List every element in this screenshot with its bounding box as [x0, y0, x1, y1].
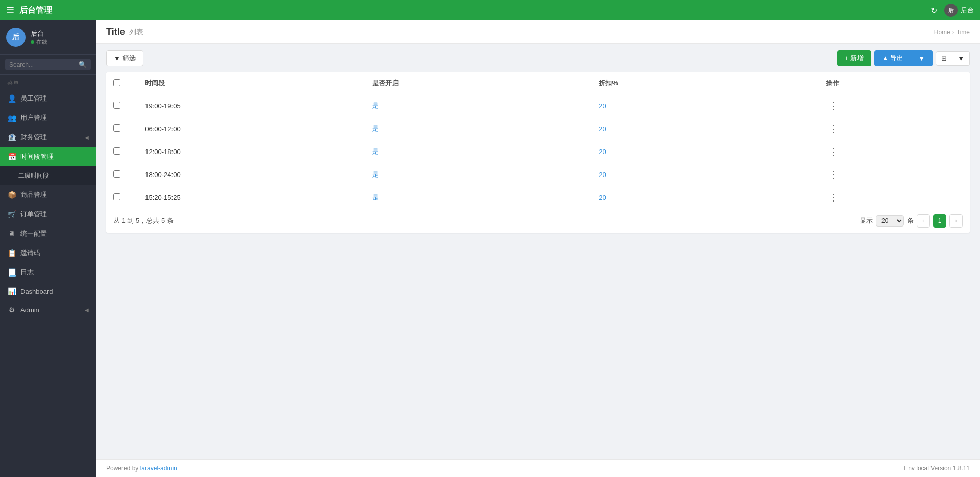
search-icon[interactable]: 🔍 [79, 61, 87, 68]
sidebar-item-admin[interactable]: ⚙ Admin ◀ [0, 300, 96, 319]
row-discount: 20 [592, 186, 818, 209]
avatar: 后 [944, 4, 958, 17]
columns-dropdown-button[interactable]: ▼ [952, 51, 970, 66]
sidebar-label-admin: Admin [20, 306, 39, 314]
row-action: ⋮ [819, 117, 970, 140]
sidebar-label-goods: 商品管理 [20, 190, 47, 199]
page-prev-button[interactable]: ‹ [917, 214, 930, 228]
sidebar-item-order[interactable]: 🛒 订单管理 [0, 205, 96, 224]
row-checkbox[interactable] [113, 147, 120, 155]
export-button[interactable]: ▲ 导出 [874, 50, 911, 66]
page-footer: Powered by laravel-admin Env local Versi… [96, 459, 980, 477]
sidebar-header: 后 后台 在线 [0, 20, 96, 55]
config-icon: 🖥 [7, 230, 16, 238]
discount-link[interactable]: 20 [599, 102, 606, 110]
export-dropdown-button[interactable]: ▼ [911, 50, 933, 66]
sidebar-item-time[interactable]: 📅 时间段管理 [0, 147, 96, 166]
breadcrumb-home[interactable]: Home [934, 29, 950, 36]
sidebar-label-time2: 二级时间段 [18, 171, 49, 180]
row-checkbox[interactable] [113, 170, 120, 178]
col-header-enabled: 是否开启 [365, 72, 592, 94]
action-dots-button[interactable]: ⋮ [826, 145, 841, 158]
discount-link[interactable]: 20 [599, 194, 606, 202]
breadcrumb-current: Time [957, 29, 970, 36]
sidebar-label-time: 时间段管理 [20, 152, 54, 161]
sidebar: 后 后台 在线 🔍 菜单 👤 员工管理 👥 用户管理 [0, 20, 96, 477]
sidebar-item-log[interactable]: 📃 日志 [0, 263, 96, 282]
sidebar-item-goods[interactable]: 📦 商品管理 [0, 185, 96, 205]
top-nav-right: ↻ 后 后台 [930, 4, 974, 17]
sidebar-search-inner: 🔍 [5, 59, 91, 70]
discount-link[interactable]: 20 [599, 148, 606, 156]
row-checkbox-cell [106, 117, 138, 140]
per-page-select[interactable]: 20 50 100 [876, 215, 904, 227]
sidebar-search-container: 🔍 [0, 55, 96, 75]
search-input[interactable] [9, 61, 76, 68]
sidebar-label-config: 统一配置 [20, 229, 47, 238]
filter-label: 筛选 [122, 54, 136, 63]
show-label: 显示 [860, 216, 873, 225]
discount-link[interactable]: 20 [599, 125, 606, 133]
time-icon: 📅 [7, 153, 16, 161]
sidebar-item-user[interactable]: 👥 用户管理 [0, 108, 96, 128]
top-navbar: ☰ 后台管理 ↻ 后 后台 [0, 0, 980, 20]
row-checkbox[interactable] [113, 124, 120, 132]
discount-link[interactable]: 20 [599, 171, 606, 179]
table-wrapper: 时间段 是否开启 折扣% 操作 19:00-19:05 是 20 ⋮ [106, 72, 970, 233]
select-all-checkbox[interactable] [113, 79, 120, 86]
table-row: 19:00-19:05 是 20 ⋮ [106, 94, 970, 117]
enabled-link[interactable]: 是 [372, 124, 379, 132]
columns-button[interactable]: ⊞ [936, 51, 952, 66]
page-subtitle: 列表 [129, 28, 143, 37]
refresh-icon[interactable]: ↻ [930, 6, 937, 15]
main-content: Title 列表 Home › Time ▼ 筛选 + 新增 ▲ 导出 [96, 20, 980, 477]
per-page-unit: 条 [907, 216, 914, 225]
col-header-checkbox [106, 72, 138, 94]
enabled-link[interactable]: 是 [372, 102, 379, 109]
invite-icon: 📋 [7, 249, 16, 257]
top-nav-left: ☰ 后台管理 [6, 5, 52, 16]
laravel-admin-link[interactable]: laravel-admin [140, 465, 177, 472]
page-next-button[interactable]: › [949, 214, 963, 228]
enabled-link[interactable]: 是 [372, 170, 379, 178]
log-icon: 📃 [7, 268, 16, 277]
row-time-range: 06:00-12:00 [138, 117, 364, 140]
enabled-link[interactable]: 是 [372, 147, 379, 155]
filter-button[interactable]: ▼ 筛选 [106, 50, 143, 66]
env-value-text: local [916, 465, 929, 472]
version-label-text: Version [930, 465, 951, 472]
enabled-link[interactable]: 是 [372, 193, 379, 201]
sidebar-label-order: 订单管理 [20, 210, 47, 219]
action-dots-button[interactable]: ⋮ [826, 122, 841, 135]
sidebar-item-config[interactable]: 🖥 统一配置 [0, 224, 96, 243]
sidebar-item-invite[interactable]: 📋 邀请码 [0, 243, 96, 263]
status-dot [31, 40, 34, 44]
row-enabled: 是 [365, 140, 592, 163]
goods-icon: 📦 [7, 191, 16, 199]
sidebar-item-staff[interactable]: 👤 员工管理 [0, 89, 96, 108]
status-label: 在线 [36, 38, 47, 46]
row-checkbox[interactable] [113, 193, 120, 200]
row-checkbox-cell [106, 186, 138, 209]
row-discount: 20 [592, 163, 818, 186]
sidebar-item-finance[interactable]: 🏦 财务管理 ◀ [0, 128, 96, 147]
row-checkbox[interactable] [113, 102, 120, 109]
page-1-button[interactable]: 1 [933, 214, 946, 228]
row-time-range: 15:20-15:25 [138, 186, 364, 209]
action-dots-button[interactable]: ⋮ [826, 191, 841, 204]
hamburger-icon[interactable]: ☰ [6, 5, 14, 16]
sidebar-label-finance: 财务管理 [20, 133, 47, 142]
sidebar-item-time2[interactable]: 二级时间段 [0, 166, 96, 185]
sidebar-status: 在线 [31, 38, 47, 46]
staff-icon: 👤 [7, 94, 16, 103]
sidebar-label-log: 日志 [20, 268, 34, 277]
action-dots-button[interactable]: ⋮ [826, 168, 841, 181]
sidebar-item-dashboard[interactable]: 📊 Dashboard [0, 282, 96, 300]
sidebar-section-label: 菜单 [0, 75, 96, 89]
row-time-range: 18:00-24:00 [138, 163, 364, 186]
user-menu[interactable]: 后 后台 [944, 4, 974, 17]
col-header-discount: 折扣% [592, 72, 818, 94]
new-button[interactable]: + 新增 [837, 50, 871, 66]
user-icon: 👥 [7, 114, 16, 122]
action-dots-button[interactable]: ⋮ [826, 99, 841, 112]
